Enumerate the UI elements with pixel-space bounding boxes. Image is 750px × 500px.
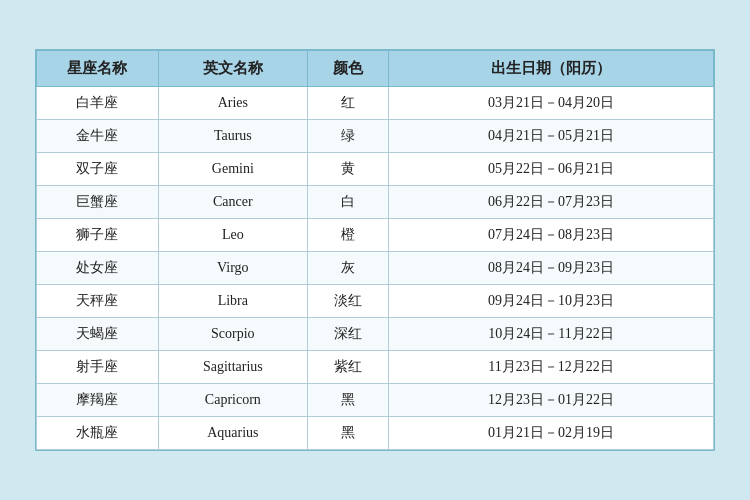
table-row: 天秤座Libra淡红09月24日－10月23日 bbox=[37, 285, 714, 318]
cell-date: 12月23日－01月22日 bbox=[389, 384, 714, 417]
header-en: 英文名称 bbox=[158, 51, 307, 87]
cell-color: 橙 bbox=[307, 219, 388, 252]
header-date: 出生日期（阳历） bbox=[389, 51, 714, 87]
cell-zh: 水瓶座 bbox=[37, 417, 159, 450]
cell-en: Aquarius bbox=[158, 417, 307, 450]
cell-en: Leo bbox=[158, 219, 307, 252]
cell-en: Scorpio bbox=[158, 318, 307, 351]
cell-date: 01月21日－02月19日 bbox=[389, 417, 714, 450]
header-color: 颜色 bbox=[307, 51, 388, 87]
table-row: 白羊座Aries红03月21日－04月20日 bbox=[37, 87, 714, 120]
table-row: 金牛座Taurus绿04月21日－05月21日 bbox=[37, 120, 714, 153]
cell-color: 黄 bbox=[307, 153, 388, 186]
cell-en: Gemini bbox=[158, 153, 307, 186]
cell-en: Sagittarius bbox=[158, 351, 307, 384]
cell-zh: 天秤座 bbox=[37, 285, 159, 318]
table-body: 白羊座Aries红03月21日－04月20日金牛座Taurus绿04月21日－0… bbox=[37, 87, 714, 450]
cell-en: Aries bbox=[158, 87, 307, 120]
cell-color: 黑 bbox=[307, 384, 388, 417]
cell-date: 09月24日－10月23日 bbox=[389, 285, 714, 318]
cell-date: 04月21日－05月21日 bbox=[389, 120, 714, 153]
zodiac-table-container: 星座名称 英文名称 颜色 出生日期（阳历） 白羊座Aries红03月21日－04… bbox=[35, 49, 715, 451]
cell-zh: 射手座 bbox=[37, 351, 159, 384]
cell-zh: 巨蟹座 bbox=[37, 186, 159, 219]
table-row: 水瓶座Aquarius黑01月21日－02月19日 bbox=[37, 417, 714, 450]
table-row: 狮子座Leo橙07月24日－08月23日 bbox=[37, 219, 714, 252]
table-row: 巨蟹座Cancer白06月22日－07月23日 bbox=[37, 186, 714, 219]
cell-en: Libra bbox=[158, 285, 307, 318]
cell-en: Virgo bbox=[158, 252, 307, 285]
cell-color: 白 bbox=[307, 186, 388, 219]
cell-date: 05月22日－06月21日 bbox=[389, 153, 714, 186]
cell-zh: 摩羯座 bbox=[37, 384, 159, 417]
table-row: 处女座Virgo灰08月24日－09月23日 bbox=[37, 252, 714, 285]
cell-color: 绿 bbox=[307, 120, 388, 153]
table-row: 摩羯座Capricorn黑12月23日－01月22日 bbox=[37, 384, 714, 417]
cell-en: Taurus bbox=[158, 120, 307, 153]
table-row: 天蝎座Scorpio深红10月24日－11月22日 bbox=[37, 318, 714, 351]
table-header-row: 星座名称 英文名称 颜色 出生日期（阳历） bbox=[37, 51, 714, 87]
cell-date: 03月21日－04月20日 bbox=[389, 87, 714, 120]
cell-color: 红 bbox=[307, 87, 388, 120]
table-row: 双子座Gemini黄05月22日－06月21日 bbox=[37, 153, 714, 186]
cell-date: 07月24日－08月23日 bbox=[389, 219, 714, 252]
header-zh: 星座名称 bbox=[37, 51, 159, 87]
cell-date: 11月23日－12月22日 bbox=[389, 351, 714, 384]
cell-zh: 狮子座 bbox=[37, 219, 159, 252]
cell-color: 黑 bbox=[307, 417, 388, 450]
cell-zh: 金牛座 bbox=[37, 120, 159, 153]
cell-date: 10月24日－11月22日 bbox=[389, 318, 714, 351]
cell-zh: 双子座 bbox=[37, 153, 159, 186]
cell-zh: 白羊座 bbox=[37, 87, 159, 120]
cell-color: 紫红 bbox=[307, 351, 388, 384]
cell-zh: 天蝎座 bbox=[37, 318, 159, 351]
cell-zh: 处女座 bbox=[37, 252, 159, 285]
cell-color: 淡红 bbox=[307, 285, 388, 318]
cell-date: 08月24日－09月23日 bbox=[389, 252, 714, 285]
cell-color: 灰 bbox=[307, 252, 388, 285]
cell-color: 深红 bbox=[307, 318, 388, 351]
cell-en: Cancer bbox=[158, 186, 307, 219]
table-row: 射手座Sagittarius紫红11月23日－12月22日 bbox=[37, 351, 714, 384]
cell-en: Capricorn bbox=[158, 384, 307, 417]
cell-date: 06月22日－07月23日 bbox=[389, 186, 714, 219]
zodiac-table: 星座名称 英文名称 颜色 出生日期（阳历） 白羊座Aries红03月21日－04… bbox=[36, 50, 714, 450]
